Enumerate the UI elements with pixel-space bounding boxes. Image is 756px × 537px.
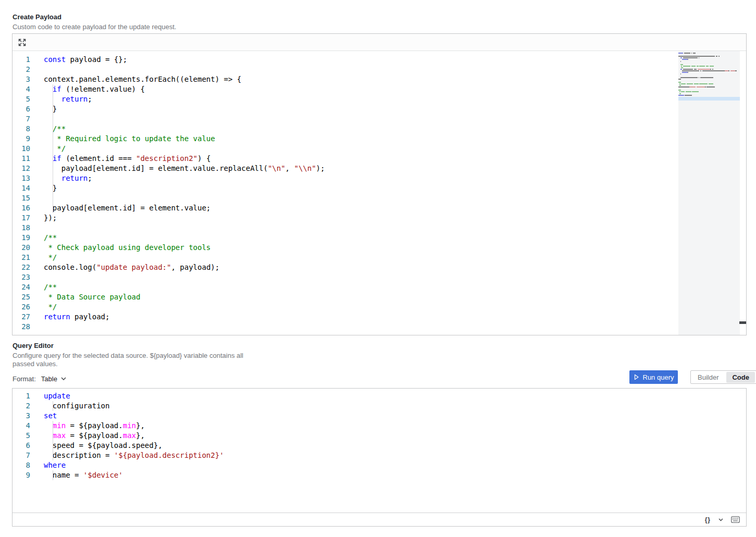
minimap-line-mark [681, 83, 686, 84]
code-line[interactable]: 8 /** [13, 124, 746, 134]
minimap-line-mark [678, 56, 715, 57]
line-number: 19 [13, 233, 30, 243]
code-line[interactable]: 21 */ [13, 253, 746, 263]
indent-guide [53, 401, 53, 411]
minimap-line-mark [718, 56, 720, 57]
minimap-line-mark [683, 57, 698, 58]
code-line[interactable]: 14 } [13, 183, 746, 193]
toggle-option-code[interactable]: Code [726, 372, 755, 383]
minimap-line-mark [697, 86, 705, 88]
code-line[interactable]: 4 if (!element.value) { [13, 84, 746, 94]
code-line[interactable]: 7 description = '${payload.description2}… [13, 451, 746, 460]
code-line[interactable]: 7 [13, 114, 746, 124]
minimap-line-mark [681, 67, 683, 68]
line-number: 14 [13, 183, 30, 193]
minimap-line-mark [679, 93, 681, 94]
code-line[interactable]: 5 return; [13, 94, 746, 104]
code-line[interactable]: 26 */ [13, 302, 746, 312]
indent-guide [53, 173, 53, 183]
code-line[interactable]: 25 * Data Source payload [13, 292, 746, 302]
minimap-line-mark [678, 82, 681, 83]
query-section-title: Query Editor [13, 342, 262, 349]
minimap[interactable] [678, 51, 740, 335]
chevron-down-icon[interactable] [718, 518, 723, 521]
minimap-line-mark [680, 77, 698, 78]
minimap-line-mark [697, 66, 699, 67]
indent-guide [53, 104, 53, 114]
code-line[interactable]: 9 * Required logic to update the value [13, 134, 746, 144]
toggle-option-builder[interactable]: Builder [691, 373, 725, 381]
minimap-line-mark [681, 66, 682, 67]
line-number: 18 [13, 223, 30, 233]
code-line[interactable]: 13 return; [13, 173, 746, 183]
code-line[interactable]: 6 speed = ${payload.speed}, [13, 441, 746, 451]
code-line[interactable]: 3context.panel.elements.forEach((element… [13, 74, 746, 84]
minimap-line-mark [678, 86, 689, 88]
query-editor-footer: {} [13, 513, 746, 526]
minimap-line-mark [682, 59, 688, 60]
minimap-line-mark [707, 86, 715, 88]
indent-guide [53, 84, 53, 94]
payload-section-header: Create Payload Custom code to create pay… [13, 13, 176, 31]
minimap-line-mark [730, 70, 735, 71]
code-line[interactable]: 11 if (element.id === "description2") { [13, 154, 746, 164]
minimap-line-mark [693, 53, 696, 54]
code-line[interactable]: 4 min = ${payload.min}, [13, 421, 746, 431]
code-line[interactable]: 23 [13, 272, 746, 282]
keyboard-icon[interactable] [731, 516, 740, 523]
code-line[interactable]: 17}); [13, 213, 746, 223]
line-number: 24 [13, 282, 30, 292]
line-number: 22 [13, 263, 30, 272]
braces-icon[interactable]: {} [705, 516, 711, 523]
line-number: 9 [13, 134, 30, 144]
code-line[interactable]: 2 [13, 65, 746, 74]
code-line[interactable]: 24/** [13, 282, 746, 292]
code-line[interactable]: 2 configuration [13, 401, 746, 411]
code-line[interactable]: 27return payload; [13, 312, 746, 322]
code-line[interactable]: 9 name = '$device' [13, 470, 746, 480]
minimap-line-mark [702, 70, 725, 71]
indent-guide [53, 94, 53, 104]
minimap-line-mark [678, 53, 683, 54]
line-number: 2 [13, 401, 30, 411]
minimap-line-mark [694, 83, 699, 84]
payload-editor-card: 1const payload = {};23context.panel.elem… [12, 33, 747, 335]
expand-icon[interactable] [18, 39, 26, 46]
indent-guide [53, 421, 53, 431]
code-line[interactable]: 20 * Check payload using developer tools [13, 243, 746, 253]
minimap-highlight [678, 97, 740, 101]
code-line[interactable]: 5 max = ${payload.max}, [13, 431, 746, 441]
payload-code-editor[interactable]: 1const payload = {};23context.panel.elem… [13, 51, 746, 335]
code-line[interactable]: 19/** [13, 233, 746, 243]
query-code-editor[interactable]: 1update2 configuration3set4 min = ${payl… [13, 389, 746, 513]
format-label: Format: [13, 375, 36, 383]
run-query-button[interactable]: Run query [629, 370, 678, 384]
code-line[interactable]: 15 [13, 193, 746, 203]
minimap-line-mark [692, 91, 698, 92]
code-line[interactable]: 18 [13, 223, 746, 233]
code-line[interactable]: 1update [13, 391, 746, 401]
minimap-line-mark [712, 69, 713, 70]
minimap-line-mark [700, 70, 701, 71]
code-line[interactable]: 3set [13, 411, 746, 421]
line-number: 13 [13, 173, 30, 183]
code-line[interactable]: 22console.log("update payload:", payload… [13, 263, 746, 272]
code-line[interactable]: 10 */ [13, 144, 746, 154]
line-number: 7 [13, 114, 30, 124]
minimap-line-mark [688, 72, 689, 73]
code-line[interactable]: 1const payload = {}; [13, 55, 746, 65]
line-number: 16 [13, 203, 30, 213]
code-line[interactable]: 28 [13, 322, 746, 332]
format-row: Format: Table [13, 372, 66, 385]
line-number: 6 [13, 104, 30, 114]
line-number: 2 [13, 65, 30, 74]
minimap-line-mark [680, 61, 681, 62]
code-line[interactable]: 6 } [13, 104, 746, 114]
minimap-line-mark [683, 69, 693, 70]
format-select[interactable]: Table [41, 375, 66, 383]
code-line[interactable]: 8where [13, 460, 746, 470]
code-line[interactable]: 12 payload[element.id] = element.value.r… [13, 164, 746, 173]
indent-guide [53, 164, 53, 173]
code-line[interactable]: 16 payload[element.id] = element.value; [13, 203, 746, 213]
scrollbar-track[interactable] [740, 51, 747, 335]
